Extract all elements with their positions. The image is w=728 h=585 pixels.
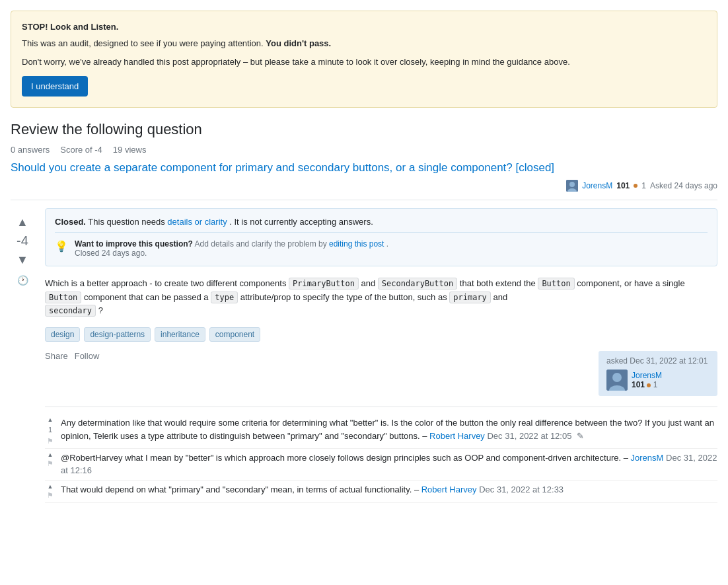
- code-secondary: secondary: [45, 305, 96, 317]
- q-text-8: ?: [96, 305, 103, 315]
- comment-date-0: Dec 31, 2022 at 12:05: [487, 431, 571, 441]
- action-row: Share Follow asked Dec 31, 2022 at 12:01: [45, 351, 717, 396]
- comment: That would depend on what "primary" and …: [45, 481, 717, 503]
- asked-badge-count: 1: [653, 380, 658, 389]
- closed-body: This question needs: [88, 217, 167, 227]
- code-type: type: [211, 292, 238, 303]
- comment-date-2: Dec 31, 2022 at 12:33: [479, 485, 564, 494]
- tag-item[interactable]: design: [45, 327, 80, 342]
- asked-card: asked Dec 31, 2022 at 12:01 JorensM 101: [599, 351, 717, 396]
- vote-count: -4: [17, 233, 28, 249]
- comment-vote-count-0: 1: [48, 424, 52, 436]
- audit-line1-pre: This was an audit, designed to see if yo…: [22, 38, 266, 48]
- content-area: -4 🕐 Closed. This question needs details…: [11, 208, 717, 503]
- asked-by-row: JorensM 101 1 Asked 24 days ago: [11, 180, 717, 192]
- asked-badge-dot: [647, 383, 651, 387]
- upvote-icon: [17, 215, 28, 229]
- svg-point-1: [569, 182, 575, 187]
- improve-bold: Want to improve this question?: [75, 239, 193, 249]
- improve-body: Add details and clarify the problem by: [195, 239, 329, 249]
- audit-title: STOP! Look and Listen.: [22, 22, 706, 32]
- answer-count: 0 answers: [11, 145, 50, 155]
- comment-user-1[interactable]: JorensM: [631, 453, 664, 463]
- asked-user-row: JorensM 101 1: [606, 370, 710, 391]
- closed-notice: Closed. This question needs details or c…: [45, 208, 717, 266]
- comment-body-2: That would depend on what "primary" and …: [61, 483, 717, 496]
- comment-edit-0[interactable]: ✎: [577, 431, 584, 441]
- author-avatar-small: [566, 180, 578, 192]
- improve-line1: Want to improve this question? Add detai…: [75, 239, 388, 249]
- question-body: Closed. This question needs details or c…: [45, 208, 717, 503]
- comment-flag-0[interactable]: [47, 437, 54, 446]
- q-text-6: attribute/prop to specify the type of th…: [238, 292, 449, 302]
- tag-item[interactable]: inheritance: [155, 327, 205, 342]
- comment-upvote-1[interactable]: [48, 451, 54, 458]
- action-links: Share Follow: [45, 351, 99, 361]
- code-button: Button: [538, 278, 574, 290]
- closed-suffix: . It is not currently accepting answers.: [229, 217, 373, 227]
- follow-link[interactable]: Follow: [75, 351, 100, 361]
- asked-user-rep: 101: [632, 380, 645, 389]
- comment-user-0[interactable]: Robert Harvey: [429, 431, 485, 441]
- asked-label: asked Dec 31, 2022 at 12:01: [606, 356, 710, 366]
- code-primary-button: PrimaryButton: [289, 278, 359, 290]
- comment-vote-col: 1: [45, 416, 55, 446]
- improve-suffix: .: [386, 239, 388, 249]
- history-icon[interactable]: 🕐: [17, 275, 28, 286]
- improve-content: Want to improve this question? Add detai…: [75, 239, 388, 258]
- q-text-pre: Which is a better approach - to create t…: [45, 278, 289, 288]
- tags-container: designdesign-patternsinheritancecomponen…: [45, 327, 717, 342]
- asked-when: Asked 24 days ago: [650, 181, 717, 190]
- improve-section: 💡 Want to improve this question? Add det…: [55, 232, 708, 258]
- closed-ago: Closed 24 days ago.: [75, 249, 388, 258]
- score: Score of -4: [60, 145, 102, 155]
- tag-item[interactable]: component: [209, 327, 260, 342]
- comment-flag-2[interactable]: [47, 491, 54, 500]
- code-secondary-button: SecondaryButton: [378, 278, 457, 290]
- vote-up-button[interactable]: [14, 214, 31, 231]
- comment: 1 Any determination like that would requ…: [45, 414, 717, 449]
- divider-top: [11, 200, 717, 200]
- audit-line1-bold: You didn't pass.: [266, 38, 331, 48]
- comment-vote-col: [45, 483, 55, 500]
- comment-body-1: @RobertHarvey what I mean by "better" is…: [61, 451, 717, 477]
- q-text-3: that both extend the: [457, 278, 538, 288]
- question-meta: 0 answers Score of -4 19 views: [11, 145, 717, 155]
- comment-upvote-0[interactable]: [48, 416, 54, 423]
- author-avatar-medium: [606, 370, 628, 391]
- badge-dot-small: [634, 184, 637, 188]
- comment: @RobertHarvey what I mean by "better" is…: [45, 449, 717, 481]
- badge-num-small: 1: [641, 181, 646, 190]
- audit-line1: This was an audit, designed to see if yo…: [22, 37, 706, 50]
- comment-vote-col: [45, 451, 55, 468]
- details-clarity-link[interactable]: details or clarity: [167, 217, 227, 227]
- comment-date-1: Dec 31, 2022 at 12:16: [61, 453, 717, 476]
- audit-banner: STOP! Look and Listen. This was an audit…: [11, 11, 717, 108]
- lightbulb-icon: 💡: [55, 240, 68, 253]
- editing-post-link[interactable]: editing this post: [329, 239, 384, 249]
- understand-button[interactable]: I understand: [22, 76, 88, 97]
- closed-header: Closed. This question needs details or c…: [55, 217, 708, 227]
- tag-item[interactable]: design-patterns: [84, 327, 151, 342]
- comment-flag-1[interactable]: [47, 459, 54, 468]
- question-title-link[interactable]: Should you create a separate component f…: [11, 160, 717, 176]
- page-title: Review the following question: [11, 121, 717, 138]
- question-text: Which is a better approach - to create t…: [45, 277, 717, 318]
- q-text-4: component, or have a single: [575, 278, 685, 288]
- comment-upvote-2[interactable]: [48, 483, 54, 490]
- q-text-7: and: [491, 292, 507, 302]
- comment-user-2[interactable]: Robert Harvey: [421, 485, 477, 494]
- author-name-small[interactable]: JorensM: [582, 181, 612, 190]
- share-link[interactable]: Share: [45, 351, 68, 361]
- author-rep-small: 101: [616, 181, 630, 190]
- code-primary: primary: [449, 292, 491, 303]
- asked-user-info: JorensM 101 1: [632, 371, 662, 389]
- comment-body-0: Any determination like that would requir…: [61, 416, 717, 442]
- svg-point-4: [612, 373, 622, 382]
- asked-user-name[interactable]: JorensM: [632, 371, 662, 380]
- downvote-icon: [17, 253, 28, 266]
- comments-section: 1 Any determination like that would requ…: [45, 407, 717, 503]
- vote-column: -4 🕐: [11, 208, 34, 503]
- q-text-2: and: [359, 278, 378, 288]
- vote-down-button[interactable]: [14, 251, 31, 268]
